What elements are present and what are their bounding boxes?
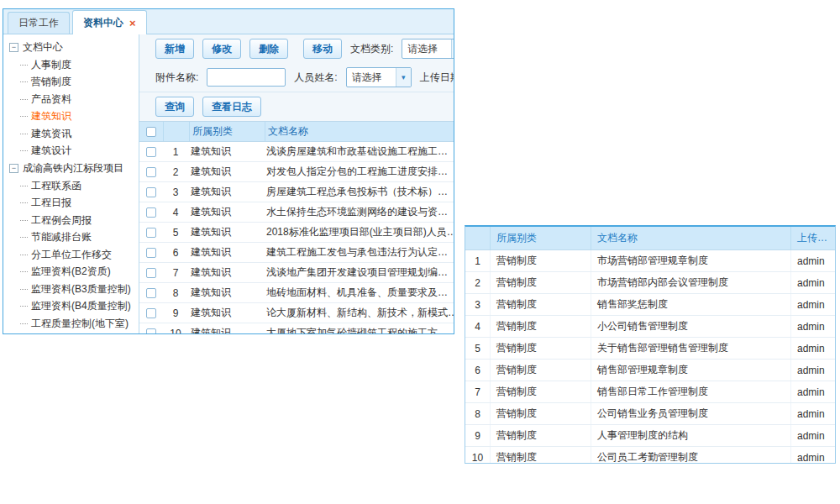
sales-table-row[interactable]: 5营销制度关于销售部管理销售管理制度admin <box>465 338 835 360</box>
row-checkbox-cell <box>139 328 163 334</box>
doc-table-row[interactable]: 8建筑知识地砖地面材料、机具准备、质量要求及… <box>139 283 454 303</box>
collapse-icon[interactable]: − <box>9 43 18 52</box>
edit-button[interactable]: 修改 <box>202 39 241 59</box>
row-checkbox[interactable] <box>146 248 156 258</box>
doc-table-header: 所属别类 文档名称 <box>139 121 454 142</box>
query-button[interactable]: 查询 <box>155 97 194 117</box>
doc-table-row[interactable]: 1建筑知识浅谈房屋建筑和市政基础设施工程施工… <box>139 142 454 162</box>
tree-connector-icon <box>20 237 28 238</box>
sales-table-row[interactable]: 4营销制度小公司销售管理制度admin <box>465 316 835 338</box>
sales-table-row[interactable]: 7营销制度销售部日常工作管理制度admin <box>465 381 835 403</box>
sales-table-body: 1营销制度市场营销部管理规章制度admin2营销制度市场营销部内部会议管理制度a… <box>465 250 835 463</box>
doc-category-select[interactable]: 请选择 ▾ <box>402 39 454 59</box>
row-category: 建筑知识 <box>188 326 264 333</box>
move-button[interactable]: 移动 <box>303 39 342 59</box>
row-checkbox[interactable] <box>146 207 156 218</box>
tree-item-label: 工程日报 <box>31 196 71 210</box>
tree-item[interactable]: 节能减排台账 <box>9 229 139 247</box>
row-category: 建筑知识 <box>188 144 264 159</box>
doc-table-row[interactable]: 6建筑知识建筑工程施工发包与承包违法行为认定… <box>139 243 454 263</box>
doc-table-row[interactable]: 5建筑知识2018标准化监理项目部(业主项目部)人员… <box>139 223 454 243</box>
row-number: 1 <box>163 146 188 158</box>
row-doc-name: 销售部日常工作管理制度 <box>591 381 791 402</box>
row-checkbox[interactable] <box>146 167 156 177</box>
tree-item[interactable]: 建筑资讯 <box>9 125 139 143</box>
header-doc-name: 文档名称 <box>265 124 454 139</box>
tree-item[interactable]: 监理资料(B2资质) <box>9 264 139 281</box>
doc-table-row[interactable]: 3建筑知识房屋建筑工程总承包投标书（技术标）… <box>139 182 454 202</box>
tree-item-label: 工程质量控制(地下室) <box>31 317 129 331</box>
tree-item[interactable]: 监理资料(B4质量控制) <box>9 298 139 316</box>
collapse-icon[interactable]: − <box>9 164 18 173</box>
row-checkbox[interactable] <box>146 147 156 157</box>
row-doc-name: 大厦地下室加气砼墙砌筑工程的施工方… <box>264 326 454 333</box>
tree-item-label: 建筑资讯 <box>31 127 71 141</box>
sales-table-row[interactable]: 10营销制度公司员工考勤管理制度admin <box>465 447 835 463</box>
tree-item[interactable]: 建筑知识 <box>9 108 139 126</box>
doc-table-row[interactable]: 10建筑知识大厦地下室加气砼墙砌筑工程的施工方… <box>139 323 454 333</box>
row-doc-name: 人事管理制度的结构 <box>591 425 791 446</box>
doc-table-row[interactable]: 4建筑知识水土保持生态环境监测网络的建设与资… <box>139 202 454 223</box>
sales-table-row[interactable]: 2营销制度市场营销部内部会议管理制度admin <box>465 272 835 294</box>
tree-section-root[interactable]: −成渝高铁内江标段项目 <box>9 160 139 177</box>
doc-table-row[interactable]: 9建筑知识论大厦新材料、新结构、新技术，新模式… <box>139 303 454 323</box>
row-checkbox-cell <box>139 288 163 298</box>
tab-daily-work[interactable]: 日常工作 <box>8 12 70 34</box>
content-area: 新增 修改 删除 移动 文档类别: 请选择 ▾ 文档 附件名称: 人员姓名: <box>139 34 454 333</box>
row-checkbox[interactable] <box>146 288 156 298</box>
tree-item[interactable]: 工程联系函 <box>9 177 139 195</box>
sales-table-header: 所属别类 文档名称 上传… <box>465 227 835 250</box>
doc-table-row[interactable]: 7建筑知识浅谈地产集团开发建设项目管理规划编… <box>139 263 454 283</box>
row-doc-name: 销售部管理规章制度 <box>591 360 791 381</box>
view-log-button[interactable]: 查看日志 <box>202 97 261 117</box>
row-category: 建筑知识 <box>188 286 264 300</box>
tree-item[interactable]: 工程日报 <box>9 195 139 213</box>
sales-table-row[interactable]: 9营销制度人事管理制度的结构admin <box>465 425 835 447</box>
row-category: 营销制度 <box>491 338 591 359</box>
header-category: 所属别类 <box>491 227 591 249</box>
row-checkbox[interactable] <box>146 187 156 197</box>
person-name-label: 人员姓名: <box>294 71 337 85</box>
tree-item[interactable]: 人事制度 <box>9 56 139 74</box>
sales-table-row[interactable]: 3营销制度销售部奖惩制度admin <box>465 294 835 316</box>
add-button[interactable]: 新增 <box>155 39 194 59</box>
sales-table-row[interactable]: 1营销制度市场营销部管理规章制度admin <box>465 250 835 272</box>
sales-table-row[interactable]: 6营销制度销售部管理规章制度admin <box>465 360 835 381</box>
row-doc-name: 市场营销部内部会议管理制度 <box>591 272 791 293</box>
person-name-select[interactable]: 请选择 ▾ <box>346 67 412 87</box>
tree-item[interactable]: 建筑设计 <box>9 143 139 160</box>
row-checkbox[interactable] <box>146 268 156 278</box>
row-category: 营销制度 <box>491 447 591 463</box>
toolbar-row-query: 查询 查看日志 <box>139 92 454 121</box>
tree-item-label: 人事制度 <box>31 58 71 72</box>
sales-table-row[interactable]: 8营销制度公司销售业务员管理制度admin <box>465 403 835 425</box>
tree-item[interactable]: 工程质量控制(地下室) <box>9 315 139 333</box>
tree-item[interactable]: 产品资料 <box>9 91 139 108</box>
select-all-checkbox[interactable] <box>146 127 156 137</box>
tree-item[interactable]: 分工单位工作移交 <box>9 246 139 264</box>
doc-table-row[interactable]: 2建筑知识对发包人指定分包的工程施工进度安排… <box>139 162 454 182</box>
row-checkbox[interactable] <box>146 328 156 334</box>
row-checkbox-cell <box>139 308 163 318</box>
row-checkbox[interactable] <box>146 228 156 238</box>
tree-section-root[interactable]: −文档中心 <box>9 39 139 56</box>
tree-item[interactable]: 监理资料(B3质量控制) <box>9 281 139 298</box>
row-uploader: admin <box>791 381 835 402</box>
row-uploader: admin <box>791 338 835 359</box>
doc-table-body: 1建筑知识浅谈房屋建筑和市政基础设施工程施工…2建筑知识对发包人指定分包的工程施… <box>139 142 454 333</box>
header-uploader: 上传… <box>791 227 835 249</box>
row-uploader: admin <box>791 316 835 337</box>
tab-data-center[interactable]: 资料中心 × <box>72 10 147 34</box>
row-checkbox[interactable] <box>146 308 156 318</box>
tree-connector-icon <box>20 186 28 186</box>
delete-button[interactable]: 删除 <box>249 39 288 59</box>
tree-item-label: 建筑设计 <box>31 144 71 158</box>
tree-item[interactable]: 工程例会周报 <box>9 212 139 229</box>
attachment-name-input[interactable] <box>207 68 286 87</box>
row-number: 10 <box>465 447 491 463</box>
close-icon[interactable]: × <box>129 18 136 29</box>
tree-connector-icon <box>20 150 28 151</box>
tree-item[interactable]: 营销制度 <box>9 74 139 92</box>
tree-connector-icon <box>20 220 28 221</box>
row-uploader: admin <box>791 250 835 271</box>
